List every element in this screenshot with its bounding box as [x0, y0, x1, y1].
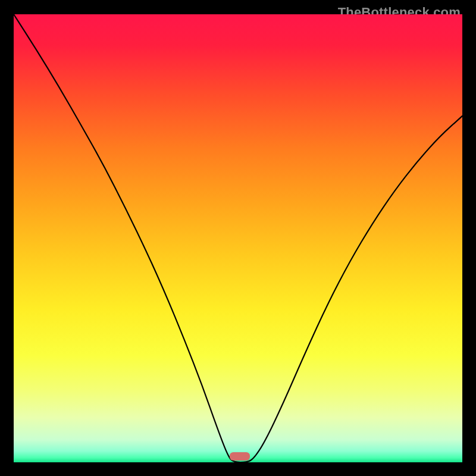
- minimum-marker: [230, 452, 250, 461]
- chart-frame: TheBottleneck.com: [0, 0, 476, 476]
- bottleneck-chart: [14, 14, 462, 462]
- gradient-background: [14, 14, 462, 462]
- plot-area: [14, 14, 462, 462]
